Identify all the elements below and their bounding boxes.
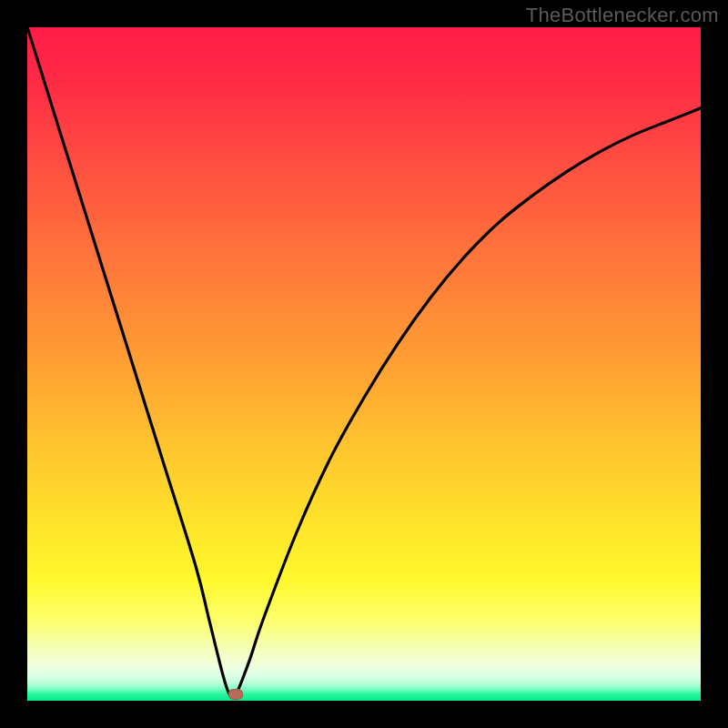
bottleneck-curve [27, 27, 701, 701]
plot-area [27, 27, 701, 701]
watermark-text: TheBottlenecker.com [526, 4, 719, 27]
chart-stage: TheBottlenecker.com [0, 0, 728, 728]
curve-path [27, 27, 701, 697]
optimal-point-marker [228, 689, 243, 700]
